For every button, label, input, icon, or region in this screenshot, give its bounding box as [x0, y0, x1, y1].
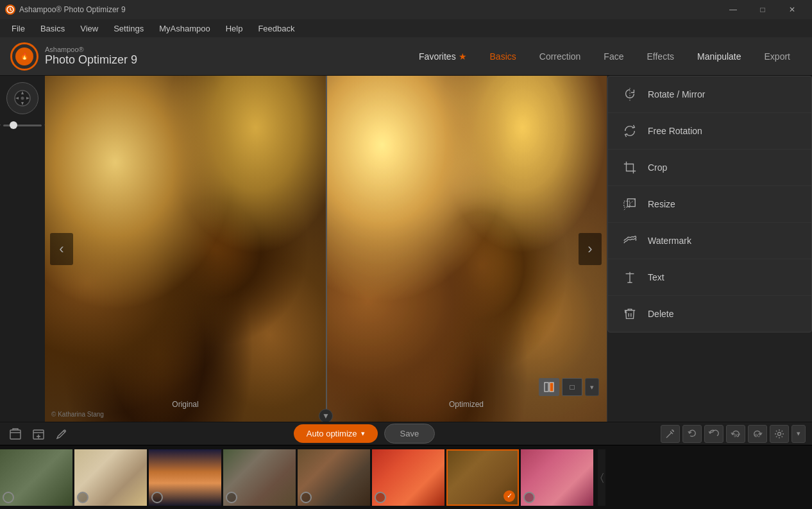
menu-item-delete-label: Delete	[648, 309, 673, 319]
settings-button[interactable]	[770, 425, 789, 443]
titlebar-left: Ashampoo® Photo Optimizer 9	[5, 4, 126, 15]
menu-item-crop[interactable]: Crop	[608, 150, 811, 186]
svg-line-22	[666, 433, 672, 438]
edit-tool-button[interactable]	[53, 425, 71, 443]
undo-button[interactable]	[682, 425, 702, 443]
svg-text:90°: 90°	[734, 433, 741, 438]
view-mode-buttons: □ ▾	[539, 378, 599, 396]
menu-myashampoo[interactable]: MyAshampoo	[153, 21, 216, 36]
thumbnail-1[interactable]	[0, 449, 72, 506]
label-optimized: Optimized	[449, 400, 484, 409]
manipulate-menu: Rotate / Mirror Free Rotation	[607, 76, 812, 332]
menu-item-free-rotation[interactable]: Free Rotation	[608, 113, 811, 150]
menu-item-free-rotation-label: Free Rotation	[648, 126, 702, 136]
logo-icon: 🔥	[15, 47, 33, 65]
thumb-indicator-3	[151, 492, 163, 503]
tab-favorites[interactable]: Favorites ★	[407, 47, 478, 65]
right-panel: Rotate / Mirror Free Rotation	[607, 76, 812, 422]
window-controls: — □ ✕	[718, 0, 807, 19]
tab-correction[interactable]: Correction	[528, 47, 593, 65]
single-view-button[interactable]: □	[562, 378, 582, 396]
menu-item-crop-label: Crop	[648, 162, 667, 173]
text-icon	[621, 268, 639, 286]
thumb-indicator-4	[226, 492, 237, 503]
titlebar: Ashampoo® Photo Optimizer 9 — □ ✕	[0, 0, 812, 19]
nav-tabs: Favorites ★ Basics Correction Face Effec…	[407, 47, 802, 65]
auto-optimize-button[interactable]: Auto optimize ▾	[294, 424, 378, 443]
tab-export[interactable]: Export	[753, 47, 802, 65]
canvas-area: Original Optimized © Katharina Stang	[45, 76, 607, 422]
watermark-icon	[621, 232, 639, 250]
app-icon	[5, 4, 15, 15]
filmstrip-scroll[interactable]: 〈	[598, 449, 605, 506]
zoom-slider[interactable]	[3, 125, 42, 126]
more-options-button[interactable]: ▾	[791, 425, 806, 443]
header: 🔥 Ashampoo® Photo Optimizer 9 Favorites …	[0, 37, 812, 76]
menu-basics[interactable]: Basics	[34, 21, 71, 36]
logo-area: 🔥 Ashampoo® Photo Optimizer 9	[10, 42, 137, 71]
rotate-right-button[interactable]: 90°	[748, 425, 767, 443]
resize-icon	[621, 195, 639, 213]
thumb-check-7: ✓	[503, 490, 515, 502]
split-view-button[interactable]	[539, 378, 559, 396]
rotate-left-button[interactable]: 90°	[726, 425, 745, 443]
menu-feedback[interactable]: Feedback	[251, 21, 301, 36]
tab-effects[interactable]: Effects	[635, 47, 686, 65]
undo-all-button[interactable]	[704, 425, 723, 443]
panel-collapse-button[interactable]: ▼	[319, 409, 333, 422]
bottom-toolbar: Auto optimize ▾ Save	[0, 422, 812, 445]
pan-control[interactable]	[6, 82, 38, 114]
split-divider	[326, 76, 327, 422]
menu-item-watermark[interactable]: Watermark	[608, 223, 811, 259]
maximize-button[interactable]: □	[748, 0, 777, 19]
add-file-button[interactable]	[30, 425, 47, 443]
menu-file[interactable]: File	[5, 21, 31, 36]
save-button[interactable]: Save	[384, 424, 436, 444]
thumb-indicator-2	[77, 492, 89, 503]
svg-line-21	[63, 431, 65, 432]
thumbnail-4[interactable]	[223, 449, 296, 506]
free-rotation-icon	[621, 122, 639, 140]
svg-text:90°: 90°	[755, 433, 762, 438]
zoom-out-button[interactable]: −	[0, 119, 1, 131]
thumbnail-5[interactable]	[298, 449, 370, 506]
thumb-indicator-8	[523, 492, 535, 503]
tab-manipulate[interactable]: Manipulate	[686, 47, 753, 65]
toolbar-right-tools: 90° 90° ▾	[658, 425, 806, 443]
magic-wand-button[interactable]	[661, 425, 680, 443]
thumbnail-3[interactable]	[149, 449, 221, 506]
next-image-button[interactable]: ›	[579, 233, 602, 265]
action-icons-group: 90° 90°	[661, 425, 789, 443]
view-more-button[interactable]: ▾	[585, 378, 599, 396]
menu-view[interactable]: View	[74, 21, 105, 36]
crop-icon	[621, 159, 639, 177]
image-display: Original Optimized © Katharina Stang	[45, 76, 607, 422]
thumbnail-8[interactable]	[521, 449, 593, 506]
thumbnail-7[interactable]: ✓	[446, 449, 519, 506]
thumbnail-2[interactable]	[74, 449, 147, 506]
menu-item-resize[interactable]: Resize	[608, 186, 811, 223]
left-toolbar: − +	[0, 76, 45, 422]
thumb-indicator-6	[375, 492, 386, 503]
open-file-button[interactable]	[6, 425, 24, 443]
svg-point-6	[21, 97, 24, 100]
image-credit: © Katharina Stang	[51, 411, 104, 418]
thumbnail-6[interactable]	[372, 449, 444, 506]
minimize-button[interactable]: —	[718, 0, 748, 19]
prev-image-button[interactable]: ‹	[50, 233, 73, 265]
menu-item-rotate-mirror-label: Rotate / Mirror	[648, 89, 705, 99]
menu-help[interactable]: Help	[219, 21, 250, 36]
tab-face[interactable]: Face	[592, 47, 635, 65]
menu-item-watermark-label: Watermark	[648, 236, 691, 246]
toolbar-center-tools: Auto optimize ▾ Save	[76, 424, 653, 444]
zoom-control-group: − +	[0, 119, 50, 131]
menu-item-delete[interactable]: Delete	[608, 296, 811, 332]
logo-ring: 🔥	[10, 42, 38, 71]
menu-settings[interactable]: Settings	[107, 21, 150, 36]
svg-rect-7	[545, 383, 548, 392]
svg-line-26	[673, 430, 674, 431]
menu-item-rotate-mirror[interactable]: Rotate / Mirror	[608, 76, 811, 113]
menu-item-text[interactable]: Text	[608, 259, 811, 296]
close-button[interactable]: ✕	[777, 0, 807, 19]
tab-basics[interactable]: Basics	[478, 47, 528, 65]
